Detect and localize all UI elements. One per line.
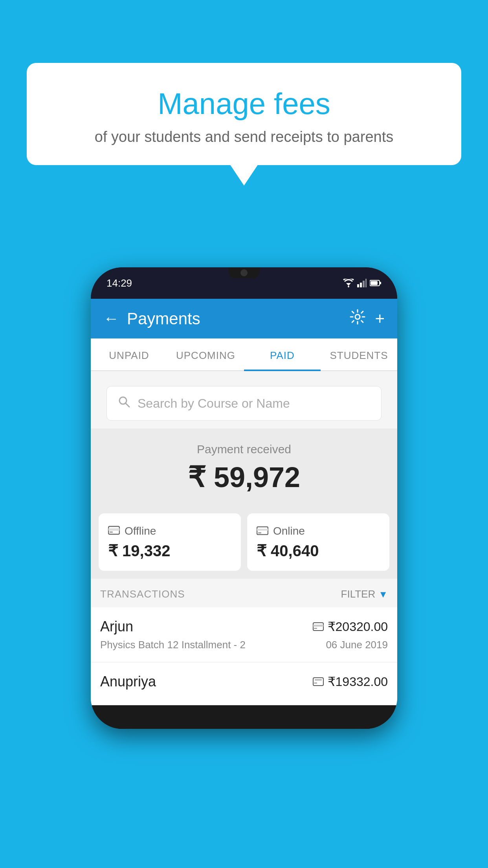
add-button[interactable]: + [375,309,385,328]
offline-payment-card: Offline ₹ 19,332 [99,513,241,571]
offline-amount: ₹ 19,332 [108,542,231,560]
transaction-top: Anupriya ₹19332.00 [100,673,388,690]
svg-rect-20 [314,628,317,629]
student-name: Anupriya [100,673,156,690]
bubble-subtitle: of your students and send receipts to pa… [42,129,446,145]
payment-received-label: Payment received [99,443,389,456]
course-info: Physics Batch 12 Installment - 2 [100,639,246,651]
svg-rect-23 [314,682,317,684]
phone-bottom [91,705,397,729]
app-screen: ← Payments + UNPAID [91,299,397,705]
header-actions: + [350,309,385,328]
offline-card-label: Offline [108,524,231,538]
svg-rect-2 [357,284,359,287]
svg-rect-17 [258,532,261,533]
transaction-row: Arjun ₹20320.00 Physics Batch 1 [91,607,397,662]
svg-rect-21 [313,678,323,686]
student-name: Arjun [100,618,133,635]
svg-rect-19 [313,625,323,627]
phone-notch [228,267,260,278]
filter-button[interactable]: FILTER ▼ [341,588,388,600]
transactions-header: TRANSACTIONS FILTER ▼ [91,579,397,607]
tabs-container: UNPAID UPCOMING PAID STUDENTS [91,338,397,371]
transaction-date: 06 June 2019 [326,639,388,651]
svg-rect-8 [371,281,378,285]
tab-upcoming[interactable]: UPCOMING [167,338,244,370]
filter-icon: ▼ [378,589,388,600]
search-bar[interactable]: Search by Course or Name [106,386,382,421]
online-icon [257,524,268,538]
signal-icon [357,279,367,287]
search-icon [118,395,130,412]
svg-rect-14 [110,531,113,533]
svg-rect-3 [360,283,362,287]
app-header: ← Payments + [91,299,397,338]
payment-type-icon [313,620,324,634]
svg-rect-13 [108,528,119,531]
svg-point-9 [355,314,360,319]
svg-rect-4 [363,281,365,287]
payment-mode-cards: Offline ₹ 19,332 Onlin [91,506,397,579]
transaction-bottom: Physics Batch 12 Installment - 2 06 June… [100,639,388,651]
tab-students[interactable]: STUDENTS [321,338,397,370]
tab-unpaid[interactable]: UNPAID [91,338,167,370]
wifi-icon [343,279,354,287]
online-payment-card: Online ₹ 40,640 [247,513,389,571]
bubble-title: Manage fees [42,86,446,121]
phone-shell: 14:29 [91,267,397,729]
header-title: Payments [127,309,200,328]
svg-rect-7 [380,282,381,284]
transaction-row: Anupriya ₹19332.00 [91,662,397,705]
search-placeholder: Search by Course or Name [138,396,290,411]
svg-line-11 [125,403,129,407]
svg-rect-16 [257,529,268,531]
payment-received-amount: ₹ 59,972 [99,461,389,494]
online-card-label: Online [257,524,380,538]
transaction-top: Arjun ₹20320.00 [100,618,388,635]
svg-rect-5 [365,279,367,287]
back-button[interactable]: ← [103,310,119,327]
speech-bubble: Manage fees of your students and send re… [27,63,461,165]
phone-device: 14:29 [91,267,397,729]
status-icons [343,279,382,287]
transaction-amount: ₹20320.00 [313,619,388,634]
offline-icon [108,524,120,538]
payment-type-icon [313,675,324,689]
svg-point-1 [348,286,349,287]
settings-icon[interactable] [350,309,365,328]
online-amount: ₹ 40,640 [257,542,380,560]
transaction-amount: ₹19332.00 [313,674,388,689]
svg-marker-0 [346,283,351,286]
status-time: 14:29 [106,277,132,289]
battery-icon [370,280,382,287]
header-left: ← Payments [103,309,200,328]
front-camera [240,269,248,276]
tab-paid[interactable]: PAID [244,338,321,370]
svg-rect-22 [315,679,322,680]
transactions-label: TRANSACTIONS [100,588,185,600]
payment-received-section: Payment received ₹ 59,972 [91,428,397,506]
status-bar: 14:29 [91,267,397,299]
